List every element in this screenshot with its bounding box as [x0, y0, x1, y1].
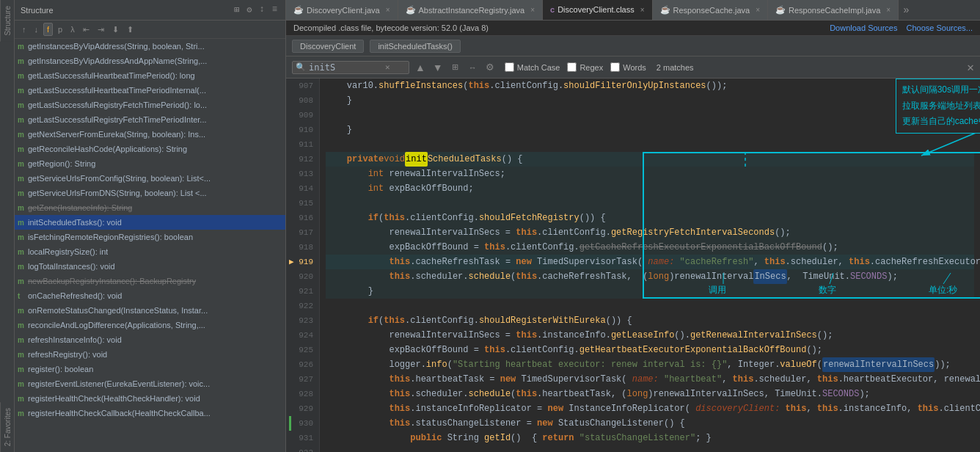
list-item[interactable]: m getRegion(): String [15, 156, 285, 171]
choose-sources-link[interactable]: Choose Sources... [907, 23, 973, 32]
sidebar-icon-more[interactable]: ≡ [270, 4, 279, 16]
list-item[interactable]: m getInstancesByVipAddressAndAppName(Str… [15, 54, 285, 68]
match-case-option[interactable]: Match Case [505, 62, 560, 72]
list-item[interactable]: m getInstancesByVipAddress(String, boole… [15, 39, 285, 54]
code-editor[interactable]: 907 908 909 910 911 912 913 914 915 916 … [286, 79, 980, 452]
list-item[interactable]: m getNextServerFromEureka(String, boolea… [15, 127, 285, 142]
code-line [326, 137, 974, 152]
list-item[interactable]: m refreshRegistry(): void [15, 347, 285, 362]
line-num: 914 [289, 181, 313, 196]
tab-close[interactable]: × [386, 6, 390, 14]
toolbar-btn-3[interactable]: p [55, 23, 65, 35]
line-num: 911 [289, 137, 313, 152]
list-item[interactable]: m onRemoteStatusChanged(InstanceStatus, … [15, 303, 285, 318]
structure-tab[interactable]: Structure [0, 0, 14, 42]
search-close-btn[interactable]: ✕ [967, 60, 974, 75]
list-item-selected[interactable]: m initScheduledTasks(): void [15, 215, 285, 230]
search-clear-icon[interactable]: ✕ [385, 62, 390, 72]
nav-discovery-client[interactable]: DiscoveryClient [292, 40, 364, 53]
list-item[interactable]: m getServiceUrlsFromConfig(String, boole… [15, 171, 285, 186]
nav-init-scheduled[interactable]: initScheduledTasks() [370, 40, 461, 53]
toolbar-btn-f[interactable]: f [43, 23, 53, 36]
search-settings-btn[interactable]: ⚙ [484, 60, 496, 74]
code-line: var10.shuffleInstances(this.clientConfig… [326, 79, 974, 93]
list-item[interactable]: m getZone(InstanceInfo): String [15, 200, 285, 215]
list-item[interactable]: m newBackupRegistryInstance(): BackupReg… [15, 274, 285, 288]
match-case-checkbox[interactable] [505, 62, 514, 72]
toolbar-btn-indent2[interactable]: ⇥ [95, 23, 107, 36]
list-item[interactable]: m registerHealthCheckCallback(HealthChec… [15, 406, 285, 420]
line-num: 915 [289, 196, 313, 211]
list-item[interactable]: m getLastSuccessfulRegistryFetchTimePeri… [15, 98, 285, 112]
search-replace-btn[interactable]: ↔ [466, 62, 480, 73]
toolbar-btn-1[interactable]: ↑ [19, 23, 29, 35]
list-item[interactable]: m reconcileAndLogDifference(Applications… [15, 318, 285, 332]
search-find-all-btn[interactable]: ⊞ [449, 61, 461, 73]
toolbar-btn-2[interactable]: ↓ [32, 23, 42, 35]
list-item[interactable]: m localRegistrySize(): int [15, 244, 285, 259]
item-badge: m [18, 204, 25, 212]
download-sources-link[interactable]: Download Sources [830, 23, 897, 32]
decompiled-info: Decompiled .class file, bytecode version… [293, 23, 489, 32]
list-item[interactable]: m logTotalInstances(): void [15, 259, 285, 274]
list-item[interactable]: m getLastSuccessfulHeartbeatTimePeriod()… [15, 68, 285, 83]
tab-discovery-client-class[interactable]: c DiscoveryClient.class × [543, 0, 653, 21]
list-item[interactable]: m isFetchingRemoteRegionRegistries(): bo… [15, 230, 285, 244]
sidebar-icon-expand[interactable]: ↕ [257, 4, 267, 16]
list-item[interactable]: m getLastSuccessfulRegistryFetchTimePeri… [15, 112, 285, 127]
nav-bar: DiscoveryClient initScheduledTasks() [286, 36, 980, 56]
list-item[interactable]: m register(): boolean [15, 362, 285, 376]
item-badge: m [18, 409, 25, 418]
words-checkbox[interactable] [610, 62, 620, 72]
item-badge: m [18, 87, 25, 95]
search-prev-btn[interactable]: ▲ [414, 60, 427, 75]
code-line [326, 108, 974, 123]
match-case-label: Match Case [517, 63, 560, 72]
item-text: isFetchingRemoteRegionRegistries(): bool… [28, 233, 193, 241]
list-item[interactable]: m getServiceUrlsFromDNS(String, boolean)… [15, 186, 285, 200]
tab-response-cache[interactable]: ☕ ResponseCache.java × [653, 0, 768, 21]
sidebar-icon-sort[interactable]: ⊞ [232, 4, 241, 16]
item-badge: m [18, 160, 25, 168]
list-item[interactable]: m getLastSuccessfulHeartbeatTimePeriodIn… [15, 83, 285, 98]
item-badge: m [18, 116, 25, 124]
tab-discovery-client-java[interactable]: ☕ DiscoveryClient.java × [286, 0, 398, 21]
regex-checkbox[interactable] [567, 62, 577, 72]
item-badge: m [18, 277, 25, 285]
code-line-920: this.scheduler.schedule(this.cacheRefres… [326, 269, 974, 284]
line-num: 923 [289, 313, 313, 328]
search-input[interactable] [309, 62, 382, 73]
toolbar-btn-4[interactable]: λ [67, 23, 78, 35]
list-item[interactable]: t onCacheRefreshed(): void [15, 288, 285, 303]
favorites-tab[interactable]: 2: Favorites [0, 402, 14, 452]
item-badge: m [18, 336, 25, 344]
list-item[interactable]: m registerEventListener(EurekaEventListe… [15, 376, 285, 391]
item-badge: m [18, 175, 25, 183]
tab-overflow[interactable]: » [899, 4, 913, 16]
info-bar-actions: Download Sources Choose Sources... [830, 23, 973, 32]
list-item[interactable]: m registerHealthCheck(HealthCheckHandler… [15, 391, 285, 406]
editor-area: ☕ DiscoveryClient.java × ☕ AbstractInsta… [286, 0, 980, 452]
item-text: newBackupRegistryInstance(): BackupRegis… [28, 277, 196, 285]
sidebar-icon-filter[interactable]: ⚙ [244, 4, 254, 16]
item-text: getInstancesByVipAddress(String, boolean… [28, 42, 205, 51]
search-bar: 🔍 ✕ ▲ ▼ ⊞ ↔ ⚙ Match Case Regex [286, 56, 980, 79]
list-item[interactable]: m refreshInstanceInfo(): void [15, 332, 285, 347]
item-text: getZone(InstanceInfo): String [28, 203, 132, 212]
toolbar-btn-up[interactable]: ⬆ [124, 23, 136, 36]
tab-response-cache-impl[interactable]: ☕ ResponseCacheImpl.java × [768, 0, 899, 21]
list-item[interactable]: m getReconcileHashCode(Applications): St… [15, 142, 285, 156]
code-line: renewalIntervalInSecs = this.clientConfi… [326, 225, 974, 240]
toolbar-btn-down[interactable]: ⬇ [109, 23, 122, 36]
tab-label: ResponseCache.java [673, 6, 750, 15]
tab-abstract-instance[interactable]: ☕ AbstractInstanceRegistry.java × [398, 0, 544, 21]
tab-close[interactable]: × [756, 6, 760, 14]
item-text: getServiceUrlsFromConfig(String, boolean… [28, 174, 211, 183]
words-option[interactable]: Words [610, 62, 646, 72]
regex-option[interactable]: Regex [567, 62, 603, 72]
toolbar-btn-indent1[interactable]: ⇤ [80, 23, 92, 36]
search-next-btn[interactable]: ▼ [431, 60, 445, 75]
tab-close[interactable]: × [530, 6, 535, 14]
tab-close[interactable]: × [886, 6, 891, 14]
tab-close[interactable]: × [640, 6, 645, 14]
